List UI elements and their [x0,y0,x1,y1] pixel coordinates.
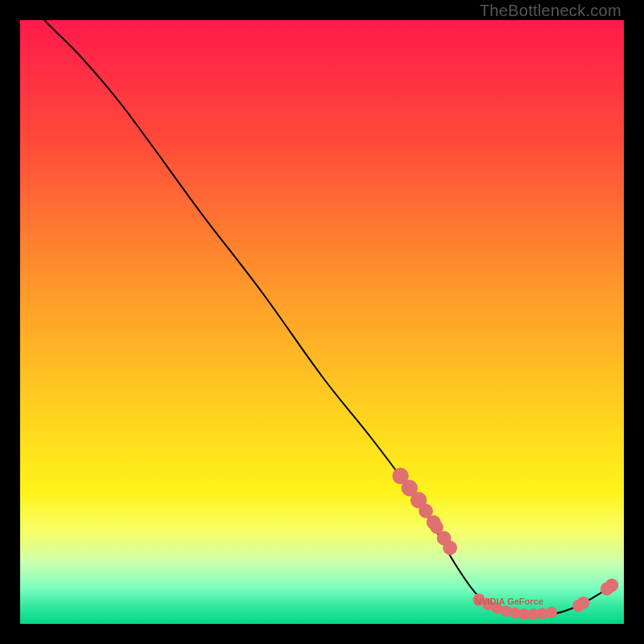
highlight-dot [577,597,589,609]
series-annotation: NVIDIA GeForce [475,597,543,606]
bottleneck-chart: NVIDIA GeForce [20,20,624,624]
highlight-dot [605,579,619,592]
highlight-dot [443,541,457,555]
highlight-dot [546,607,557,618]
attribution-watermark: TheBottleneck.com [480,2,621,20]
gradient-background [20,20,624,624]
